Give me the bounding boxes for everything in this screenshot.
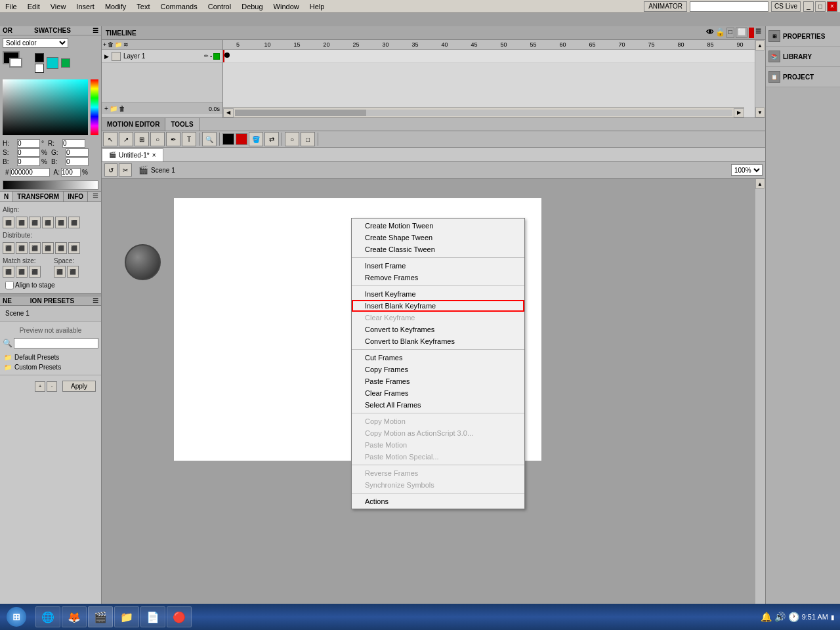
white-color-btn[interactable] <box>35 64 44 73</box>
frame-display-icon[interactable]: □ <box>726 28 734 38</box>
scroll-right-btn[interactable]: ▶ <box>734 108 744 117</box>
align-bottom-btn[interactable]: ⬛ <box>68 217 80 228</box>
clip-btn[interactable]: ✂ <box>119 163 132 177</box>
scroll-left-btn[interactable]: ◀ <box>223 108 234 117</box>
close-btn[interactable]: × <box>827 1 837 12</box>
h-input[interactable] <box>17 139 40 148</box>
menu-item-convert-to-keyframes[interactable]: Convert to Keyframes <box>352 324 524 335</box>
color-gradient-box[interactable] <box>3 79 88 135</box>
align-top-btn[interactable]: ⬛ <box>42 217 54 228</box>
menu-item-clear-frames[interactable]: Clear Frames <box>352 387 524 399</box>
taskbar-pdf[interactable]: 📄 <box>140 606 165 627</box>
canvas-scroll-up[interactable]: ▲ <box>755 178 765 189</box>
menu-view[interactable]: View <box>45 3 72 10</box>
menu-item-insert-blank-keyframe[interactable]: Insert Blank Keyframe <box>352 300 524 312</box>
bucket-tool-btn[interactable]: 🪣 <box>249 132 263 146</box>
swap-colors-btn[interactable]: ⇄ <box>264 132 279 146</box>
menu-help[interactable]: Help <box>304 3 330 10</box>
menu-item-select-all-frames[interactable]: Select All Frames <box>352 399 524 411</box>
presets-menu-icon[interactable]: ☰ <box>93 297 98 304</box>
fill-color-swatch[interactable] <box>236 133 247 145</box>
space-v-btn[interactable]: ⬛ <box>67 266 79 278</box>
space-h-btn[interactable]: ⬛ <box>54 266 66 278</box>
menu-item-remove-frames[interactable]: Remove Frames <box>352 272 524 284</box>
apply-preset-button[interactable]: Apply <box>62 381 96 392</box>
new-folder-btn[interactable]: 📁 <box>110 105 117 112</box>
menu-modify[interactable]: Modify <box>100 3 131 10</box>
lasso-tool-btn[interactable]: ○ <box>150 132 165 146</box>
tab-align[interactable]: N <box>0 192 13 201</box>
menu-item-paste-frames[interactable]: Paste Frames <box>352 375 524 387</box>
green-swatch[interactable] <box>61 58 70 68</box>
pen-tool-btn[interactable]: ✒ <box>166 132 180 146</box>
timeline-scrollbar-h[interactable]: ◀ ▶ <box>223 107 744 117</box>
presets-remove-icon[interactable]: - <box>47 381 57 392</box>
menu-item-create-shape-tween[interactable]: Create Shape Tween <box>352 232 524 243</box>
select-tool-btn[interactable]: ↖ <box>103 132 117 146</box>
b2-input[interactable] <box>66 158 89 166</box>
menu-window[interactable]: Window <box>268 3 304 10</box>
menu-item-copy-motion-as-actionscript[interactable]: Copy Motion as ActionScript 3.0... <box>352 427 524 439</box>
scroll-up-btn[interactable]: ▲ <box>755 40 765 51</box>
tools-tab[interactable]: TOOLS <box>165 118 199 131</box>
zoom-tool-btn[interactable]: 🔍 <box>202 132 217 146</box>
dist-center-v-btn[interactable]: ⬛ <box>55 242 67 254</box>
rect-tool-btn[interactable]: □ <box>301 132 315 146</box>
match-both-btn[interactable]: ⬛ <box>29 266 41 278</box>
new-layer-btn[interactable]: + <box>104 105 108 112</box>
menu-edit[interactable]: Edit <box>22 3 45 10</box>
taskbar-folder[interactable]: 📁 <box>114 606 139 627</box>
align-to-stage-row[interactable]: Align to stage <box>5 281 96 289</box>
match-height-btn[interactable]: ⬛ <box>16 266 28 278</box>
lock-icon[interactable]: 🔒 <box>715 28 725 38</box>
properties-panel-btn[interactable]: ⊞ PROPERTIES <box>766 26 840 47</box>
onion-icon[interactable]: ⬜ <box>736 28 747 38</box>
custom-presets-item[interactable]: 📁 Custom Presets <box>3 362 98 372</box>
b-input[interactable] <box>17 158 40 166</box>
align-to-stage-checkbox[interactable] <box>5 281 14 289</box>
oval-tool-btn[interactable]: ○ <box>285 132 299 146</box>
align-right-btn[interactable]: ⬛ <box>29 217 41 228</box>
show-desktop-btn[interactable]: ▮ <box>831 614 835 621</box>
black-color-btn[interactable] <box>35 53 44 62</box>
taskbar-firefox[interactable]: 🦊 <box>62 606 87 627</box>
color-type-select[interactable]: Solid color <box>3 38 68 48</box>
menu-item-cut-frames[interactable]: Cut Frames <box>352 352 524 364</box>
menu-text[interactable]: Text <box>131 3 155 10</box>
align-left-btn[interactable]: ⬛ <box>3 217 14 228</box>
dist-center-h-btn[interactable]: ⬛ <box>16 242 28 254</box>
menu-insert[interactable]: Insert <box>71 3 100 10</box>
timeline-menu-icon[interactable]: ☰ <box>755 28 761 38</box>
menu-item-create-classic-tween[interactable]: Create Classic Tween <box>352 243 524 255</box>
layer-folder-icon[interactable]: 📁 <box>115 41 122 48</box>
menu-item-paste-motion-special[interactable]: Paste Motion Special... <box>352 451 524 463</box>
g-input[interactable] <box>66 148 89 157</box>
taskbar-app2[interactable]: 🔴 <box>167 606 192 627</box>
motion-editor-tab[interactable]: MOTION EDITOR <box>102 118 165 131</box>
hex-input[interactable] <box>10 168 50 177</box>
animator-dropdown[interactable]: ANIMATOR <box>644 1 687 12</box>
subselect-tool-btn[interactable]: ↗ <box>119 132 133 146</box>
menu-item-insert-keyframe[interactable]: Insert Keyframe <box>352 288 524 300</box>
layer-motion-icon[interactable]: ≋ <box>123 41 129 48</box>
menu-commands[interactable]: Commands <box>155 3 202 10</box>
minimize-btn[interactable]: _ <box>803 1 814 12</box>
rotate-canvas-btn[interactable]: ↺ <box>104 163 117 177</box>
project-panel-btn[interactable]: 📋 PROJECT <box>766 67 840 87</box>
dist-left-btn[interactable]: ⬛ <box>3 242 14 254</box>
default-presets-item[interactable]: 📁 Default Presets <box>3 352 98 362</box>
taskbar-ie[interactable]: 🌐 <box>35 606 60 627</box>
align-panel-menu[interactable]: ☰ <box>90 192 101 201</box>
hue-slider[interactable] <box>91 79 98 135</box>
scroll-down-btn[interactable]: ▼ <box>755 107 765 117</box>
delete-layer-icon[interactable]: 🗑 <box>108 41 114 48</box>
layer-pencil-icon[interactable]: ✏ <box>204 53 209 60</box>
scene-tab-untitled[interactable]: 🎬 Untitled-1* × <box>102 148 163 161</box>
library-panel-btn[interactable]: 📚 LIBRARY <box>766 47 840 67</box>
menu-item-synchronize-symbols[interactable]: Synchronize Symbols <box>352 479 524 491</box>
menu-item-paste-motion[interactable]: Paste Motion <box>352 439 524 451</box>
cs-live-btn[interactable]: CS Live <box>771 1 801 12</box>
dist-right-btn[interactable]: ⬛ <box>29 242 41 254</box>
menu-debug[interactable]: Debug <box>236 3 268 10</box>
color-picker-area[interactable] <box>0 78 101 137</box>
